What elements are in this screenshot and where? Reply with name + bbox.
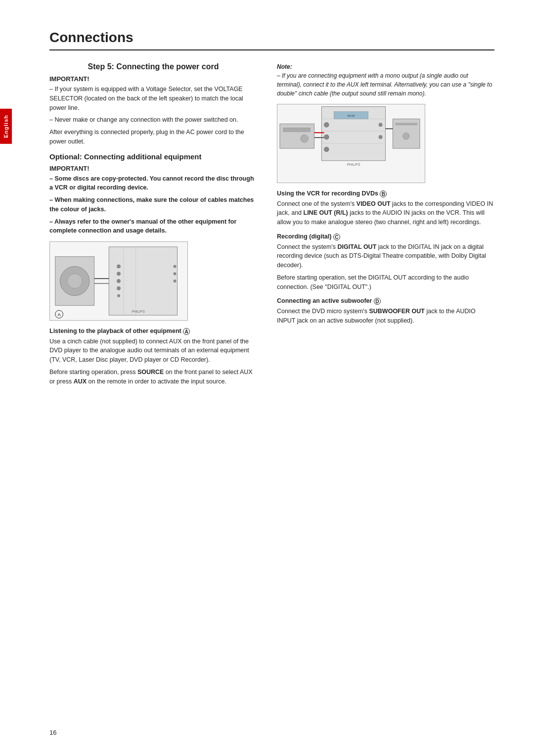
recording-text1: Connect the system's DIGITAL OUT jack to…	[277, 242, 494, 270]
recording-circle: C	[333, 234, 340, 240]
svg-point-12	[117, 279, 121, 283]
recording-text2: Before starting operation, set the DIGIT…	[277, 273, 494, 292]
svg-point-5	[67, 274, 82, 288]
listening-circle: A	[183, 328, 190, 335]
svg-point-30	[301, 135, 309, 142]
svg-text:PHILIPS: PHILIPS	[132, 310, 145, 313]
step5-section: Step 5: Connecting the power cord IMPORT…	[49, 62, 257, 146]
step5-title: Step 5: Connecting the power cord	[49, 62, 257, 71]
optional-body: – Some discs are copy-protected. You can…	[49, 174, 257, 236]
page-container: English Connections Step 5: Connecting t…	[0, 0, 534, 756]
subwoofer-circle: D	[374, 298, 381, 305]
svg-rect-28	[280, 124, 314, 148]
subwoofer-body: Connect the DVD micro system's SUBWOOFER…	[277, 307, 494, 326]
vcr-body: Connect one of the system's VIDEO OUT ja…	[277, 199, 494, 227]
step5-text1: – If your system is equipped with a Volt…	[49, 85, 257, 112]
svg-rect-29	[283, 128, 311, 132]
optional-text1: – Some discs are copy-protected. You can…	[49, 174, 257, 193]
left-column: Step 5: Connecting the power cord IMPORT…	[49, 62, 257, 392]
step5-text2: – Never make or change any connection wi…	[49, 115, 257, 125]
recording-section: Recording (digital) C Connect the system…	[277, 233, 494, 291]
listening-title: Listening to the playback of other equip…	[49, 328, 257, 335]
subwoofer-text: Connect the DVD micro system's SUBWOOFER…	[277, 307, 494, 326]
svg-point-25	[324, 147, 329, 152]
optional-title: Optional: Connecting additional equipmen…	[49, 152, 257, 161]
vcr-text1: Connect one of the system's VIDEO OUT ja…	[277, 199, 494, 227]
svg-text:PHILIPS: PHILIPS	[347, 163, 360, 166]
vcr-title: Using the VCR for recording DVDs B	[277, 190, 494, 197]
svg-point-36	[402, 133, 409, 140]
recording-title: Recording (digital) C	[277, 233, 494, 240]
note-label: Note:	[277, 63, 292, 70]
svg-point-16	[174, 272, 177, 275]
svg-point-14	[117, 294, 120, 297]
step5-after-text: After everything is connected properly, …	[49, 128, 257, 146]
svg-point-17	[174, 280, 177, 283]
listening-body: Use a cinch cable (not supplied) to conn…	[49, 337, 257, 386]
step5-body: – If your system is equipped with a Volt…	[49, 85, 257, 146]
optional-text3: – Always refer to the owner's manual of …	[49, 217, 257, 236]
vcr-circle: B	[380, 190, 387, 197]
svg-point-11	[117, 272, 121, 276]
page-number: 16	[49, 729, 56, 736]
recording-body: Connect the system's DIGITAL OUT jack to…	[277, 242, 494, 292]
svg-point-10	[117, 264, 121, 268]
svg-point-23	[324, 122, 329, 127]
optional-text2: – When making connections, make sure the…	[49, 195, 257, 214]
subwoofer-title: Connecting an active subwoofer D	[277, 297, 494, 305]
subwoofer-section: Connecting an active subwoofer D Connect…	[277, 297, 494, 325]
listening-section: Listening to the playback of other equip…	[49, 328, 257, 386]
optional-section: Optional: Connecting additional equipmen…	[49, 152, 257, 386]
listening-text2: Before starting operation, press SOURCE …	[49, 368, 257, 386]
language-tab: English	[0, 109, 12, 144]
svg-text:00:00: 00:00	[348, 114, 356, 117]
page-title: Connections	[49, 30, 494, 50]
right-column: Note: – If you are connecting equipment …	[277, 62, 494, 392]
svg-point-24	[324, 135, 329, 140]
svg-point-26	[379, 123, 383, 127]
svg-point-27	[379, 135, 383, 139]
optional-important-label: IMPORTANT!	[49, 165, 257, 172]
svg-rect-35	[395, 123, 417, 125]
diagram-a: A PHILIPS	[49, 241, 188, 321]
listening-text1: Use a cinch cable (not supplied) to conn…	[49, 337, 257, 365]
svg-point-13	[117, 286, 121, 290]
diagram-right: PHILIPS 00:00	[277, 104, 425, 183]
step5-important-label: IMPORTANT!	[49, 75, 257, 83]
svg-text:A: A	[57, 312, 61, 317]
vcr-section: Using the VCR for recording DVDs B Conne…	[277, 190, 494, 227]
note-section: Note: – If you are connecting equipment …	[277, 62, 494, 98]
two-col-layout: Step 5: Connecting the power cord IMPORT…	[49, 62, 494, 392]
note-text: – If you are connecting equipment with a…	[277, 72, 492, 97]
svg-point-15	[174, 265, 177, 268]
